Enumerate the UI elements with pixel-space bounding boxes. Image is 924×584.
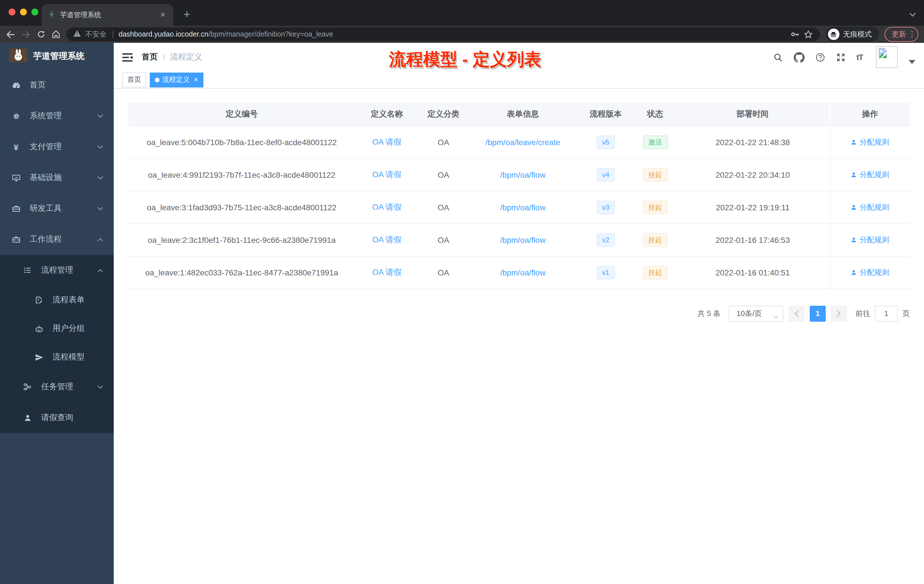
assign-rule-link[interactable]: 分配规则 <box>851 202 889 212</box>
goto-page-input[interactable] <box>875 305 898 322</box>
version-badge: v5 <box>596 135 615 149</box>
next-page-button[interactable] <box>831 305 847 322</box>
definition-name-link[interactable]: OA 请假 <box>372 202 402 211</box>
cell-definition-name: OA 请假 <box>355 223 418 256</box>
prev-page-button[interactable] <box>789 305 805 322</box>
definition-name-link[interactable]: OA 请假 <box>372 234 402 244</box>
page-content: 定义编号 定义名称 定义分类 表单信息 流程版本 状态 部署时间 操作 oa_l… <box>114 89 924 584</box>
sidebar-item-devtools[interactable]: 研发工具 <box>0 193 114 224</box>
sidebar-logo[interactable]: 芋道管理系统 <box>0 43 114 70</box>
address-bar[interactable]: 不安全 dashboard.yudao.iocoder.cn/bpm/manag… <box>66 27 820 41</box>
chevron-down-icon <box>773 312 778 320</box>
tab-close-icon[interactable]: ✕ <box>158 11 167 19</box>
tag-close-icon[interactable]: ✕ <box>194 77 198 83</box>
main-area: 首页 / 流程定义 流程模型 - 定义列表 tT <box>114 43 924 584</box>
window-zoom-button[interactable] <box>31 8 38 15</box>
sidebar-item-process-management[interactable]: 流程管理 <box>0 255 114 286</box>
cell-definition-name: OA 请假 <box>355 256 418 289</box>
tab-overflow-chevron-icon[interactable] <box>909 9 916 20</box>
sidebar-item-process-form[interactable]: 流程表单 <box>0 286 114 314</box>
help-icon[interactable] <box>815 52 825 62</box>
sidebar-item-system[interactable]: 系统管理 <box>0 101 114 132</box>
page-number-button[interactable]: 1 <box>810 305 826 322</box>
avatar[interactable] <box>876 46 898 68</box>
version-badge: v3 <box>596 200 615 214</box>
status-badge: 挂起 <box>643 200 668 214</box>
navbar: 首页 / 流程定义 流程模型 - 定义列表 tT <box>114 43 924 71</box>
cell-actions: 分配规则 <box>830 126 910 158</box>
form-link[interactable]: /bpm/oa/leave/create <box>485 137 560 147</box>
cell-status: 激活 <box>634 126 676 158</box>
tag-process-definition[interactable]: 流程定义 ✕ <box>150 72 204 87</box>
browser-update-button[interactable]: 更新 <box>884 27 918 42</box>
sidebar-item-process-model[interactable]: 流程模型 <box>0 343 114 371</box>
cell-status: 挂起 <box>634 158 676 191</box>
page-size-select[interactable]: 10条/页 <box>729 305 784 322</box>
assign-rule-link[interactable]: 分配规则 <box>851 234 889 245</box>
paper-plane-icon <box>34 353 43 361</box>
definition-name-link[interactable]: OA 请假 <box>372 137 402 146</box>
definition-name-link[interactable]: OA 请假 <box>372 267 402 276</box>
sidebar-item-leave-query[interactable]: 请假查询 <box>0 402 114 433</box>
tag-home[interactable]: 首页 <box>122 72 146 87</box>
cell-deploy-time: 2022-01-22 21:48:38 <box>676 126 830 158</box>
avatar-caret-icon[interactable] <box>909 60 916 64</box>
cell-category: OA <box>418 158 469 191</box>
hamburger-icon[interactable] <box>122 52 132 62</box>
page-title-annotation: 流程模型 - 定义列表 <box>365 48 565 71</box>
pagination-total: 共 5 条 <box>698 308 721 318</box>
incognito-icon <box>828 28 839 40</box>
fullscreen-icon[interactable] <box>836 52 846 62</box>
security-label[interactable]: 不安全 <box>85 30 107 39</box>
col-status: 状态 <box>634 103 676 126</box>
toolbox-icon <box>12 204 21 213</box>
assign-rule-link[interactable]: 分配规则 <box>851 137 889 147</box>
update-label[interactable]: 更新 <box>892 30 906 39</box>
window-controls[interactable] <box>8 8 38 15</box>
bookmark-star-icon[interactable] <box>803 30 813 39</box>
assign-rule-link[interactable]: 分配规则 <box>851 170 889 180</box>
back-icon[interactable] <box>6 30 15 39</box>
assign-rule-link[interactable]: 分配规则 <box>851 267 889 277</box>
breadcrumb-home[interactable]: 首页 <box>142 52 158 62</box>
form-link[interactable]: /bpm/oa/flow <box>500 235 546 244</box>
sidebar-item-infrastructure[interactable]: 基础设施 <box>0 162 114 193</box>
window-close-button[interactable] <box>8 8 15 15</box>
password-key-icon[interactable] <box>790 30 799 39</box>
security-warning-icon[interactable] <box>73 30 81 39</box>
cell-deploy-time: 2022-01-16 17:46:53 <box>676 223 830 256</box>
text-size-icon[interactable]: tT <box>856 53 863 62</box>
home-icon[interactable] <box>51 30 61 39</box>
definition-name-link[interactable]: OA 请假 <box>372 170 402 178</box>
search-icon[interactable] <box>773 52 783 62</box>
sidebar-item-home[interactable]: 首页 <box>0 70 114 101</box>
form-link[interactable]: /bpm/oa/flow <box>500 268 546 277</box>
browser-menu-icon[interactable] <box>911 31 912 38</box>
window-minimize-button[interactable] <box>20 8 27 15</box>
sidebar-item-user-group[interactable]: 用户分组 <box>0 314 114 343</box>
cell-form-info: /bpm/oa/flow <box>469 223 577 256</box>
sidebar-item-task-management[interactable]: 任务管理 <box>0 371 114 402</box>
browser-tab[interactable]: 芋道管理系统 ✕ <box>42 4 173 26</box>
active-dot-icon <box>155 78 159 82</box>
sidebar-menu: 首页 系统管理 ¥ 支付管理 基础设施 <box>0 70 114 433</box>
url-host: dashboard.yudao.iocoder.cn <box>119 30 208 38</box>
form-link[interactable]: /bpm/oa/flow <box>500 203 546 212</box>
cell-definition-id: oa_leave:4:991f2193-7b7f-11ec-a3c8-acde4… <box>128 158 355 191</box>
github-icon[interactable] <box>794 52 805 63</box>
cell-definition-id: oa_leave:5:004b710b-7b8a-11ec-8ef0-acde4… <box>128 126 355 158</box>
form-link[interactable]: /bpm/oa/flow <box>500 170 546 179</box>
status-badge: 挂起 <box>643 233 668 247</box>
new-tab-button[interactable]: + <box>179 6 195 22</box>
sidebar-item-workflow[interactable]: 工作流程 <box>0 224 114 255</box>
person-icon <box>23 413 32 422</box>
reload-icon[interactable] <box>36 30 46 39</box>
col-process-version: 流程版本 <box>577 103 634 126</box>
breadcrumb: 首页 / 流程定义 <box>142 52 202 62</box>
table-row: oa_leave:5:004b710b-7b8a-11ec-8ef0-acde4… <box>128 126 910 158</box>
cell-version: v3 <box>577 191 634 223</box>
sidebar-item-payment[interactable]: ¥ 支付管理 <box>0 132 114 162</box>
incognito-badge: 无痕模式 <box>825 27 879 42</box>
forward-icon[interactable] <box>21 30 31 39</box>
cell-form-info: /bpm/oa/flow <box>469 256 577 289</box>
